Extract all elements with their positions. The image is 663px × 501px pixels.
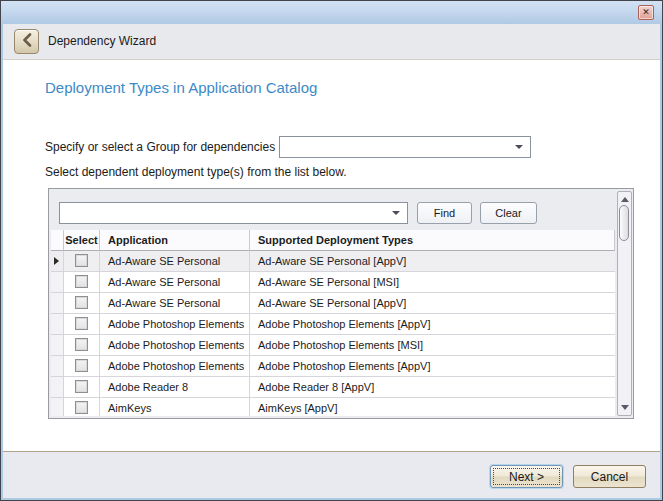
scroll-up-icon[interactable] xyxy=(621,197,629,202)
chevron-left-icon xyxy=(22,33,32,51)
group-label: Specify or select a Group for dependenci… xyxy=(45,140,275,154)
application-cell: AimKeys xyxy=(100,398,250,416)
select-cell xyxy=(64,335,100,356)
select-cell xyxy=(64,356,100,377)
row-header-cell xyxy=(51,377,64,398)
select-cell xyxy=(64,293,100,314)
select-checkbox[interactable] xyxy=(75,359,88,372)
table-row[interactable]: Ad-Aware SE Personal Ad-Aware SE Persona… xyxy=(51,293,615,314)
table-row[interactable]: Ad-Aware SE Personal Ad-Aware SE Persona… xyxy=(51,272,615,293)
select-cell xyxy=(64,398,100,416)
application-cell: Adobe Reader 8 xyxy=(100,377,250,398)
deployment-type-cell: Adobe Reader 8 [AppV] xyxy=(250,377,615,398)
deployment-type-cell: Ad-Aware SE Personal [MSI] xyxy=(250,272,615,293)
select-checkbox[interactable] xyxy=(75,401,88,414)
dependency-wizard-window: ✕ Dependency Wizard Deployment Types in … xyxy=(0,0,663,501)
table-row[interactable]: Adobe Photoshop Elements Adobe Photoshop… xyxy=(51,356,615,377)
back-button[interactable] xyxy=(14,29,39,54)
deployment-types-column-header: Supported Deployment Types xyxy=(250,230,615,251)
select-checkbox[interactable] xyxy=(75,254,88,267)
select-cell xyxy=(64,272,100,293)
wizard-footer: Next > Cancel xyxy=(2,451,661,499)
application-cell: Adobe Photoshop Elements xyxy=(100,356,250,377)
deployment-type-cell: Adobe Photoshop Elements [MSI] xyxy=(250,335,615,356)
application-column-header: Application xyxy=(100,230,250,251)
group-combobox[interactable] xyxy=(279,136,531,158)
row-header-cell xyxy=(51,335,64,356)
select-cell xyxy=(64,251,100,272)
application-cell: Ad-Aware SE Personal xyxy=(100,293,250,314)
current-row-indicator-icon xyxy=(54,257,59,265)
application-cell: Ad-Aware SE Personal xyxy=(100,272,250,293)
application-cell: Adobe Photoshop Elements xyxy=(100,314,250,335)
wizard-header: Dependency Wizard xyxy=(2,24,661,60)
row-header-cell xyxy=(51,314,64,335)
application-cell: Adobe Photoshop Elements xyxy=(100,335,250,356)
deployment-type-cell: Adobe Photoshop Elements [AppV] xyxy=(250,314,615,335)
page-title: Deployment Types in Application Catalog xyxy=(45,79,317,96)
application-cell: Ad-Aware SE Personal xyxy=(100,251,250,272)
select-column-header: Select xyxy=(64,230,100,251)
find-button[interactable]: Find xyxy=(417,202,472,224)
select-checkbox[interactable] xyxy=(75,296,88,309)
table-row[interactable]: Ad-Aware SE Personal Ad-Aware SE Persona… xyxy=(51,251,615,272)
row-header-cell xyxy=(51,356,64,377)
deployment-types-table: Select Application Supported Deployment … xyxy=(51,230,615,416)
select-checkbox[interactable] xyxy=(75,317,88,330)
chevron-down-icon xyxy=(392,211,400,215)
row-header-column xyxy=(51,230,64,251)
row-header-cell xyxy=(51,251,64,272)
table-header-row: Select Application Supported Deployment … xyxy=(51,230,615,251)
chevron-down-icon xyxy=(515,145,523,149)
list-label: Select dependent deployment type(s) from… xyxy=(45,165,347,179)
table-row[interactable]: Adobe Photoshop Elements Adobe Photoshop… xyxy=(51,335,615,356)
row-header-cell xyxy=(51,272,64,293)
select-checkbox[interactable] xyxy=(75,380,88,393)
scroll-down-icon[interactable] xyxy=(621,405,629,410)
row-header-cell xyxy=(51,293,64,314)
select-checkbox[interactable] xyxy=(75,338,88,351)
scrollbar-thumb[interactable] xyxy=(619,205,629,241)
next-button[interactable]: Next > xyxy=(490,465,563,488)
clear-button[interactable]: Clear xyxy=(480,202,537,224)
table-row[interactable]: Adobe Reader 8 Adobe Reader 8 [AppV] xyxy=(51,377,615,398)
deployment-type-cell: Adobe Photoshop Elements [AppV] xyxy=(250,356,615,377)
search-combobox[interactable] xyxy=(59,202,408,224)
select-cell xyxy=(64,377,100,398)
deployment-type-cell: Ad-Aware SE Personal [AppV] xyxy=(250,251,615,272)
table-row[interactable]: Adobe Photoshop Elements Adobe Photoshop… xyxy=(51,314,615,335)
deployment-types-panel: Find Clear Select Application Supported … xyxy=(48,188,634,419)
cancel-button[interactable]: Cancel xyxy=(573,465,646,488)
titlebar: ✕ xyxy=(1,1,662,24)
wizard-title: Dependency Wizard xyxy=(48,34,156,48)
close-icon: ✕ xyxy=(642,8,650,17)
row-header-cell xyxy=(51,398,64,416)
close-button[interactable]: ✕ xyxy=(638,5,654,20)
select-checkbox[interactable] xyxy=(75,275,88,288)
select-cell xyxy=(64,314,100,335)
vertical-scrollbar[interactable] xyxy=(617,191,632,416)
deployment-type-cell: AimKeys [AppV] xyxy=(250,398,615,416)
deployment-type-cell: Ad-Aware SE Personal [AppV] xyxy=(250,293,615,314)
table-row[interactable]: AimKeys AimKeys [AppV] xyxy=(51,398,615,416)
